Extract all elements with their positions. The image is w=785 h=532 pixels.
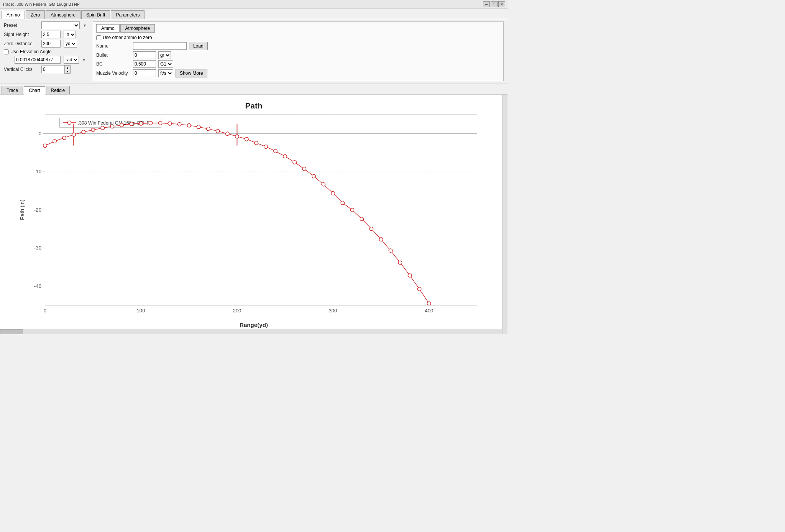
tab-ammo[interactable]: Ammo [2, 11, 25, 19]
bc-label: BC [96, 61, 131, 67]
dp-21 [245, 137, 248, 141]
chart-tab-trace[interactable]: Trace [2, 86, 23, 94]
dp-28 [312, 174, 315, 178]
chart-tab-reticle[interactable]: Reticle [46, 86, 70, 94]
elevation-value-row: rad ▼ [4, 56, 87, 64]
x-axis-title: Range(yd) [240, 322, 268, 328]
y-label-minus10: -10 [34, 169, 41, 174]
dp-37 [398, 261, 402, 264]
window-buttons: ─ □ ✕ [483, 1, 505, 7]
bc-input[interactable] [133, 60, 156, 68]
dp-31 [341, 201, 344, 205]
dp-10 [139, 122, 143, 125]
muzzle-unit-select[interactable]: ft/s [158, 69, 173, 77]
dp-1 [53, 140, 56, 143]
ammo-name-row: Name Load [96, 42, 500, 50]
bc-model-select[interactable]: G1 [158, 60, 173, 68]
bullet-unit-select[interactable]: gr [158, 51, 171, 59]
app-window: Trace: .308 Win Federal GM 168gr BTHP ─ … [0, 0, 507, 334]
sub-tab-ammo[interactable]: Ammo [96, 24, 120, 33]
path-chart: Path .308 Win Federal GM 168gr BTHP [0, 95, 507, 334]
dp-6 [101, 126, 104, 130]
bullet-input[interactable] [133, 51, 156, 59]
ammo-panel: Ammo Atmosphere Use other ammo to zero N… [93, 21, 504, 81]
preset-label: Preset [4, 23, 38, 28]
tab-parameters[interactable]: Parameters [111, 10, 145, 19]
muzzle-input[interactable] [133, 69, 156, 77]
maximize-button[interactable]: □ [491, 1, 498, 7]
dp-18 [216, 129, 220, 133]
sub-tab-atmosphere[interactable]: Atmosphere [120, 24, 155, 33]
use-other-ammo-row: Use other ammo to zero [96, 35, 500, 40]
left-settings: Preset ▼ Sight Height in Zero Distance y [4, 21, 87, 81]
chart-scrollbar[interactable] [502, 95, 507, 334]
chart-area: Path .308 Win Federal GM 168gr BTHP [0, 95, 507, 334]
use-other-ammo-label: Use other ammo to zero [103, 35, 152, 40]
x-label-0: 0 [44, 308, 46, 314]
spinner-up-button[interactable]: ▲ [65, 66, 70, 69]
load-button[interactable]: Load [189, 42, 208, 50]
dp-40 [427, 302, 430, 305]
dp-4 [82, 130, 85, 133]
elevation-label: Use Elevation Angle [10, 49, 51, 54]
sight-height-label: Sight Height [4, 32, 38, 37]
x-label-100: 100 [136, 308, 145, 314]
dp-26 [293, 161, 296, 164]
minimize-button[interactable]: ─ [483, 1, 490, 7]
y-label-minus20: -20 [34, 207, 41, 213]
dp-39 [417, 287, 421, 291]
settings-area: Preset ▼ Sight Height in Zero Distance y [0, 19, 507, 84]
bullet-row: Bullet gr [96, 51, 500, 59]
dp-24 [274, 149, 277, 153]
use-other-ammo-checkbox[interactable] [96, 35, 101, 40]
x-label-200: 200 [233, 308, 241, 314]
tab-zero[interactable]: Zero [26, 10, 45, 19]
window-title: Trace: .308 Win Federal GM 168gr BTHP [2, 2, 483, 7]
y-axis-title: Path (in) [19, 199, 25, 220]
bottom-scrollbar[interactable] [0, 329, 502, 334]
chart-title: Path [245, 101, 262, 110]
y-label-minus40: -40 [34, 283, 41, 289]
zero-distance-label: Zero Distance [4, 41, 38, 46]
dp-5 [91, 128, 95, 131]
sight-height-unit-select[interactable]: in [64, 31, 76, 38]
dp-2 [62, 136, 66, 140]
dp-11 [149, 121, 152, 125]
ammo-name-label: Name [96, 43, 131, 49]
dp-32 [350, 208, 354, 212]
dp-33 [360, 217, 363, 221]
elevation-dropdown-icon: ▼ [82, 58, 86, 62]
dp-22 [255, 141, 258, 144]
x-label-300: 300 [328, 308, 337, 314]
sight-height-row: Sight Height in [4, 31, 87, 38]
dp-20 [235, 135, 239, 138]
legend-circle [67, 121, 71, 124]
x-label-400: 400 [425, 308, 433, 314]
tab-atmosphere[interactable]: Atmosphere [46, 10, 80, 19]
zero-distance-unit-select[interactable]: yd [64, 40, 77, 48]
preset-select[interactable] [41, 21, 80, 29]
muzzle-velocity-row: Muzzle Velocity ft/s Show More [96, 69, 500, 77]
vertical-clicks-spinner: ▲ ▼ [41, 65, 71, 74]
chart-tab-chart[interactable]: Chart [24, 86, 45, 95]
dp-15 [187, 123, 191, 127]
sight-height-input[interactable] [41, 31, 61, 38]
dp-38 [408, 274, 411, 277]
ammo-name-input[interactable] [133, 42, 187, 50]
tab-spin-drift[interactable]: Spin Drift [81, 10, 110, 19]
muzzle-label: Muzzle Velocity [96, 71, 131, 76]
zero-distance-input[interactable] [41, 40, 61, 48]
preset-row: Preset ▼ [4, 21, 87, 29]
elevation-unit-select[interactable]: rad [64, 56, 79, 64]
scrollbar-thumb[interactable] [0, 329, 23, 334]
close-button[interactable]: ✕ [498, 1, 505, 7]
spinner-down-button[interactable]: ▼ [65, 69, 70, 73]
y-label-minus30: -30 [34, 245, 41, 251]
dp-13 [168, 122, 171, 125]
dp-16 [197, 125, 200, 128]
show-more-button[interactable]: Show More [176, 69, 207, 77]
elevation-input[interactable] [15, 56, 61, 64]
dp-29 [322, 182, 325, 186]
elevation-checkbox[interactable] [4, 49, 9, 54]
vertical-clicks-input[interactable] [41, 66, 64, 73]
